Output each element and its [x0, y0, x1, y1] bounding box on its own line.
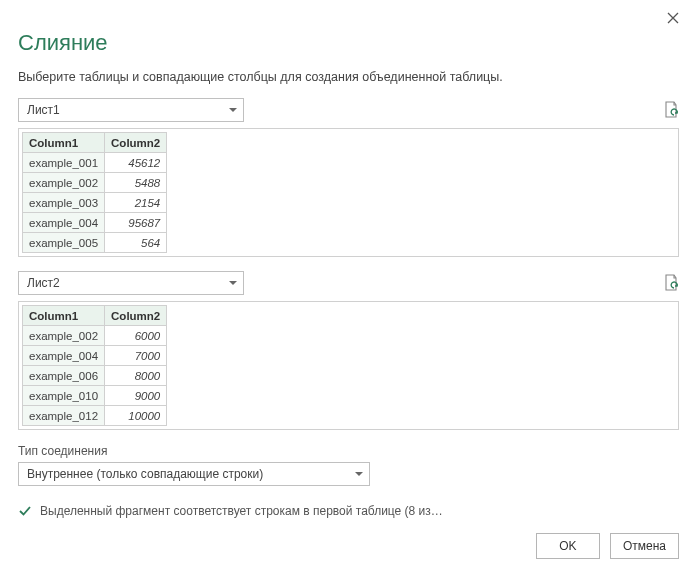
table-row[interactable]: example_0047000: [23, 346, 167, 366]
table-row[interactable]: example_01210000: [23, 406, 167, 426]
primary-table-dropdown[interactable]: Лист1: [18, 98, 244, 122]
table-row[interactable]: example_0109000: [23, 386, 167, 406]
column-header[interactable]: Column2: [105, 306, 167, 326]
refresh-icon[interactable]: [661, 100, 679, 120]
ok-button[interactable]: OK: [536, 533, 600, 559]
refresh-icon[interactable]: [661, 273, 679, 293]
table-header-row: Column1 Column2: [23, 133, 167, 153]
join-type-dropdown[interactable]: Внутреннее (только совпадающие строки): [18, 462, 370, 486]
table-row[interactable]: example_0025488: [23, 173, 167, 193]
column-header[interactable]: Column2: [105, 133, 167, 153]
table-header-row: Column1 Column2: [23, 306, 167, 326]
chevron-down-icon: [355, 472, 363, 476]
chevron-down-icon: [229, 108, 237, 112]
column-header[interactable]: Column1: [23, 306, 105, 326]
join-type-selected: Внутреннее (только совпадающие строки): [27, 467, 263, 481]
dialog-title: Слияние: [18, 30, 679, 56]
table-row[interactable]: example_00145612: [23, 153, 167, 173]
table-row[interactable]: example_0068000: [23, 366, 167, 386]
dialog-subtitle: Выберите таблицы и совпадающие столбцы д…: [18, 70, 679, 84]
secondary-table-dropdown[interactable]: Лист2: [18, 271, 244, 295]
chevron-down-icon: [229, 281, 237, 285]
status-text: Выделенный фрагмент соответствует строка…: [40, 504, 443, 518]
cancel-button[interactable]: Отмена: [610, 533, 679, 559]
table-row[interactable]: example_0032154: [23, 193, 167, 213]
primary-table-preview: Column1 Column2 example_00145612 example…: [18, 128, 679, 257]
column-header[interactable]: Column1: [23, 133, 105, 153]
primary-table-selected: Лист1: [27, 103, 60, 117]
check-icon: [18, 504, 32, 518]
join-type-label: Тип соединения: [18, 444, 679, 458]
close-icon[interactable]: [663, 10, 683, 28]
table-row[interactable]: example_0026000: [23, 326, 167, 346]
table-row[interactable]: example_00495687: [23, 213, 167, 233]
table-row[interactable]: example_005564: [23, 233, 167, 253]
secondary-table-preview: Column1 Column2 example_0026000 example_…: [18, 301, 679, 430]
secondary-table-selected: Лист2: [27, 276, 60, 290]
